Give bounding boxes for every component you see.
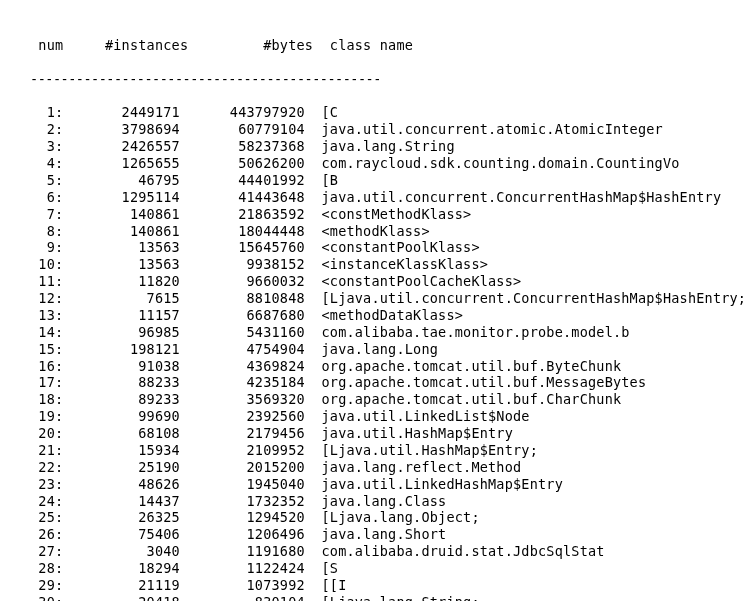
cell-num: 22:: [30, 459, 63, 475]
cell-instances: 21119: [63, 577, 180, 593]
cell-instances: 13563: [63, 256, 180, 272]
cell-instances: 20418: [63, 594, 180, 601]
cell-num: 1:: [30, 104, 63, 120]
cell-classname: com.alibaba.tae.monitor.probe.model.b: [321, 324, 629, 340]
cell-classname: <constantPoolCacheKlass>: [321, 273, 521, 289]
table-row: 13: 11157 6687680 <methodDataKlass>: [30, 307, 730, 324]
cell-num: 12:: [30, 290, 63, 306]
cell-bytes: 41443648: [180, 189, 305, 205]
cell-instances: 13563: [63, 239, 180, 255]
cell-instances: 75406: [63, 526, 180, 542]
cell-bytes: 44401992: [180, 172, 305, 188]
cell-num: 29:: [30, 577, 63, 593]
cell-num: 26:: [30, 526, 63, 542]
cell-num: 17:: [30, 374, 63, 390]
cell-classname: java.util.LinkedHashMap$Entry: [321, 476, 563, 492]
cell-instances: 46795: [63, 172, 180, 188]
cell-bytes: 60779104: [180, 121, 305, 137]
cell-classname: com.raycloud.sdk.counting.domain.Countin…: [321, 155, 679, 171]
cell-num: 6:: [30, 189, 63, 205]
table-row: 15: 198121 4754904 java.lang.Long: [30, 341, 730, 358]
cell-classname: java.lang.Short: [321, 526, 446, 542]
cell-classname: java.lang.Long: [321, 341, 438, 357]
cell-bytes: 5431160: [180, 324, 305, 340]
cell-classname: <methodDataKlass>: [321, 307, 463, 323]
table-row: 14: 96985 5431160 com.alibaba.tae.monito…: [30, 324, 730, 341]
cell-num: 24:: [30, 493, 63, 509]
col-num: num: [30, 37, 63, 53]
cell-classname: [S: [321, 560, 338, 576]
cell-num: 23:: [30, 476, 63, 492]
table-row: 10: 13563 9938152 <instanceKlassKlass>: [30, 256, 730, 273]
cell-bytes: 1073992: [180, 577, 305, 593]
table-row: 9: 13563 15645760 <constantPoolKlass>: [30, 239, 730, 256]
cell-instances: 25190: [63, 459, 180, 475]
cell-instances: 2426557: [63, 138, 180, 154]
cell-num: 19:: [30, 408, 63, 424]
col-instances: #instances: [105, 37, 188, 53]
table-row: 29: 21119 1073992 [[I: [30, 577, 730, 594]
cell-num: 16:: [30, 358, 63, 374]
cell-num: 20:: [30, 425, 63, 441]
table-row: 25: 26325 1294520 [Ljava.lang.Object;: [30, 509, 730, 526]
cell-num: 15:: [30, 341, 63, 357]
table-row: 27: 3040 1191680 com.alibaba.druid.stat.…: [30, 543, 730, 560]
cell-bytes: 4754904: [180, 341, 305, 357]
cell-instances: 89233: [63, 391, 180, 407]
cell-bytes: 2179456: [180, 425, 305, 441]
cell-instances: 7615: [63, 290, 180, 306]
cell-instances: 1265655: [63, 155, 180, 171]
cell-classname: <instanceKlassKlass>: [321, 256, 488, 272]
cell-bytes: 50626200: [180, 155, 305, 171]
cell-classname: [C: [321, 104, 338, 120]
cell-num: 5:: [30, 172, 63, 188]
cell-instances: 3798694: [63, 121, 180, 137]
cell-bytes: 1206496: [180, 526, 305, 542]
table-row: 22: 25190 2015200 java.lang.reflect.Meth…: [30, 459, 730, 476]
cell-bytes: 6687680: [180, 307, 305, 323]
cell-instances: 26325: [63, 509, 180, 525]
cell-instances: 88233: [63, 374, 180, 390]
cell-num: 2:: [30, 121, 63, 137]
table-row: 1: 2449171 443797920 [C: [30, 104, 730, 121]
cell-classname: org.apache.tomcat.util.buf.MessageBytes: [321, 374, 646, 390]
cell-bytes: 8810848: [180, 290, 305, 306]
cell-bytes: 9660032: [180, 273, 305, 289]
cell-instances: 96985: [63, 324, 180, 340]
cell-bytes: 4369824: [180, 358, 305, 374]
table-row: 19: 99690 2392560 java.util.LinkedList$N…: [30, 408, 730, 425]
cell-instances: 198121: [63, 341, 180, 357]
cell-classname: java.util.concurrent.atomic.AtomicIntege…: [321, 121, 662, 137]
table-row: 30: 20418 830104 [Ljava.lang.String;: [30, 594, 730, 601]
cell-num: 10:: [30, 256, 63, 272]
table-row: 24: 14437 1732352 java.lang.Class: [30, 493, 730, 510]
cell-num: 7:: [30, 206, 63, 222]
cell-classname: <constMethodKlass>: [321, 206, 471, 222]
cell-instances: 3040: [63, 543, 180, 559]
separator: ----------------------------------------…: [30, 71, 730, 88]
cell-classname: [Ljava.lang.String;: [321, 594, 479, 601]
cell-instances: 1295114: [63, 189, 180, 205]
cell-bytes: 9938152: [180, 256, 305, 272]
cell-num: 18:: [30, 391, 63, 407]
cell-classname: com.alibaba.druid.stat.JdbcSqlStat: [321, 543, 604, 559]
cell-bytes: 1945040: [180, 476, 305, 492]
cell-bytes: 3569320: [180, 391, 305, 407]
cell-num: 28:: [30, 560, 63, 576]
cell-classname: [[I: [321, 577, 346, 593]
table-row: 2: 3798694 60779104 java.util.concurrent…: [30, 121, 730, 138]
cell-classname: java.util.LinkedList$Node: [321, 408, 529, 424]
table-row: 18: 89233 3569320 org.apache.tomcat.util…: [30, 391, 730, 408]
cell-classname: [Ljava.util.concurrent.ConcurrentHashMap…: [321, 290, 746, 306]
cell-num: 25:: [30, 509, 63, 525]
cell-num: 27:: [30, 543, 63, 559]
cell-instances: 99690: [63, 408, 180, 424]
cell-bytes: 1294520: [180, 509, 305, 525]
cell-num: 21:: [30, 442, 63, 458]
table-row: 8: 140861 18044448 <methodKlass>: [30, 223, 730, 240]
cell-bytes: 830104: [180, 594, 305, 601]
cell-bytes: 1191680: [180, 543, 305, 559]
cell-classname: java.lang.reflect.Method: [321, 459, 521, 475]
cell-bytes: 2109952: [180, 442, 305, 458]
cell-instances: 140861: [63, 223, 180, 239]
